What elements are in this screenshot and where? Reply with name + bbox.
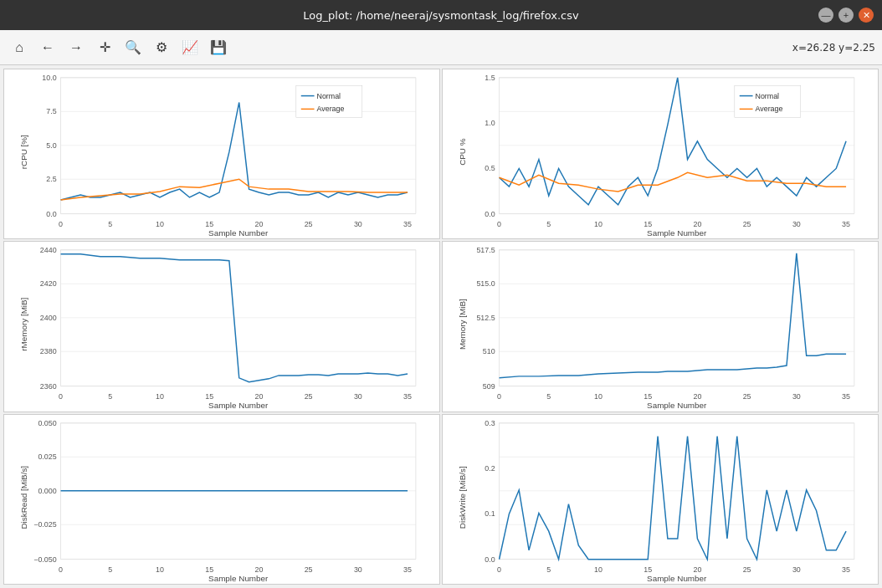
svg-text:Sample Number: Sample Number bbox=[208, 401, 269, 411]
svg-text:5: 5 bbox=[546, 565, 551, 573]
svg-text:0: 0 bbox=[59, 220, 63, 228]
svg-text:15: 15 bbox=[644, 565, 652, 573]
svg-text:25: 25 bbox=[743, 565, 751, 573]
svg-text:1.5: 1.5 bbox=[485, 74, 495, 82]
svg-text:Memory [MiB]: Memory [MiB] bbox=[458, 299, 467, 350]
home-button[interactable]: ⌂ bbox=[7, 35, 32, 60]
svg-text:10: 10 bbox=[156, 392, 164, 401]
close-button[interactable]: ✕ bbox=[859, 8, 874, 23]
svg-text:20: 20 bbox=[693, 220, 701, 228]
svg-text:25: 25 bbox=[743, 220, 751, 228]
settings-button[interactable]: ⚙ bbox=[149, 35, 174, 60]
svg-text:30: 30 bbox=[354, 392, 362, 401]
toolbar: ⌂ ← → ✛ 🔍 ⚙ 📈 💾 x=26.28 y=2.25 bbox=[0, 30, 882, 65]
svg-text:0.2: 0.2 bbox=[485, 464, 495, 473]
svg-text:5.0: 5.0 bbox=[46, 141, 56, 150]
forward-button[interactable]: → bbox=[64, 35, 89, 60]
svg-text:2420: 2420 bbox=[40, 280, 57, 289]
svg-text:Average: Average bbox=[756, 105, 783, 113]
svg-text:0.025: 0.025 bbox=[38, 453, 56, 461]
svg-text:5: 5 bbox=[108, 392, 112, 401]
svg-text:5: 5 bbox=[108, 220, 112, 228]
svg-text:20: 20 bbox=[254, 220, 263, 228]
svg-text:10: 10 bbox=[594, 220, 603, 228]
svg-text:Normal: Normal bbox=[317, 92, 341, 100]
svg-text:0: 0 bbox=[497, 392, 501, 401]
svg-text:0.1: 0.1 bbox=[485, 509, 495, 518]
svg-text:2.5: 2.5 bbox=[46, 175, 56, 183]
svg-text:rMemory [MiB]: rMemory [MiB] bbox=[19, 298, 28, 351]
svg-text:Average: Average bbox=[317, 105, 345, 113]
svg-text:0: 0 bbox=[59, 392, 63, 401]
maximize-button[interactable]: + bbox=[838, 8, 854, 23]
svg-text:20: 20 bbox=[693, 392, 701, 401]
svg-text:5: 5 bbox=[546, 220, 551, 228]
move-button[interactable]: ✛ bbox=[92, 35, 117, 60]
title-bar: Log_plot: /home/neeraj/sysmontask_log/fi… bbox=[0, 0, 882, 30]
chart-memory: Memory [MiB] 509 510 512.5 515.0 517.5 0… bbox=[442, 241, 879, 412]
svg-text:0.000: 0.000 bbox=[38, 486, 56, 494]
zoom-button[interactable]: 🔍 bbox=[121, 35, 146, 60]
svg-rect-26 bbox=[500, 78, 854, 214]
svg-text:10: 10 bbox=[156, 220, 164, 228]
svg-text:35: 35 bbox=[403, 220, 412, 228]
svg-rect-72 bbox=[500, 250, 854, 386]
svg-text:Sample Number: Sample Number bbox=[208, 574, 269, 583]
svg-text:2440: 2440 bbox=[40, 246, 57, 254]
svg-text:5: 5 bbox=[108, 565, 112, 573]
svg-text:−0.025: −0.025 bbox=[33, 520, 56, 529]
svg-text:30: 30 bbox=[792, 392, 801, 401]
svg-text:15: 15 bbox=[205, 392, 213, 401]
svg-text:15: 15 bbox=[644, 220, 652, 228]
svg-text:35: 35 bbox=[842, 565, 850, 573]
svg-text:15: 15 bbox=[644, 392, 652, 401]
chart-rcpu: rCPU [%] 0.0 2.5 5.0 7.5 10.0 0 5 10 15 … bbox=[3, 69, 440, 239]
svg-text:0.3: 0.3 bbox=[485, 418, 495, 427]
svg-text:30: 30 bbox=[354, 565, 362, 573]
svg-text:DiskWrite [MiB/s]: DiskWrite [MiB/s] bbox=[458, 466, 467, 529]
svg-text:DiskRead [MiB/s]: DiskRead [MiB/s] bbox=[19, 465, 28, 529]
save-button[interactable]: 💾 bbox=[206, 35, 231, 60]
trend-button[interactable]: 📈 bbox=[177, 35, 203, 60]
svg-text:0.050: 0.050 bbox=[38, 418, 56, 427]
svg-text:35: 35 bbox=[842, 392, 850, 401]
coord-display: x=26.28 y=2.25 bbox=[792, 42, 875, 54]
svg-text:510: 510 bbox=[483, 348, 495, 356]
svg-text:Sample Number: Sample Number bbox=[647, 574, 707, 583]
plot-area: rCPU [%] 0.0 2.5 5.0 7.5 10.0 0 5 10 15 … bbox=[0, 65, 882, 588]
svg-text:10: 10 bbox=[156, 565, 164, 573]
svg-text:35: 35 bbox=[842, 220, 850, 228]
svg-text:0.0: 0.0 bbox=[485, 555, 495, 563]
svg-text:20: 20 bbox=[693, 565, 701, 573]
svg-text:10.0: 10.0 bbox=[42, 74, 56, 82]
svg-text:30: 30 bbox=[792, 565, 801, 573]
svg-text:CPU %: CPU % bbox=[458, 138, 467, 166]
svg-text:515.0: 515.0 bbox=[476, 280, 495, 289]
svg-text:25: 25 bbox=[305, 220, 313, 228]
chart-cpu: CPU % 0.0 0.5 1.0 1.5 0 5 10 15 20 25 30… bbox=[442, 69, 879, 239]
back-button[interactable]: ← bbox=[35, 35, 60, 60]
svg-text:35: 35 bbox=[403, 565, 412, 573]
svg-text:15: 15 bbox=[205, 220, 213, 228]
svg-text:1.0: 1.0 bbox=[485, 119, 495, 127]
chart-rmemory: rMemory [MiB] 2360 2380 2400 2420 2440 0… bbox=[3, 241, 440, 412]
svg-text:10: 10 bbox=[594, 392, 603, 401]
svg-text:20: 20 bbox=[254, 392, 263, 401]
svg-text:Sample Number: Sample Number bbox=[647, 401, 707, 411]
svg-text:2380: 2380 bbox=[40, 348, 57, 356]
svg-text:30: 30 bbox=[354, 220, 362, 228]
svg-text:15: 15 bbox=[205, 565, 213, 573]
svg-text:0: 0 bbox=[59, 565, 63, 573]
svg-text:2400: 2400 bbox=[40, 314, 57, 322]
svg-text:0.0: 0.0 bbox=[46, 210, 56, 218]
svg-text:−0.050: −0.050 bbox=[33, 555, 56, 563]
svg-text:Normal: Normal bbox=[756, 92, 780, 100]
window-title: Log_plot: /home/neeraj/sysmontask_log/fi… bbox=[303, 9, 578, 22]
minimize-button[interactable]: — bbox=[818, 8, 833, 23]
svg-text:20: 20 bbox=[254, 565, 263, 573]
svg-text:7.5: 7.5 bbox=[46, 107, 56, 115]
svg-text:25: 25 bbox=[743, 392, 751, 401]
svg-text:10: 10 bbox=[594, 565, 603, 573]
chart-diskwrite: DiskWrite [MiB/s] 0.0 0.1 0.2 0.3 0 5 10… bbox=[442, 414, 879, 585]
svg-text:30: 30 bbox=[792, 220, 801, 228]
